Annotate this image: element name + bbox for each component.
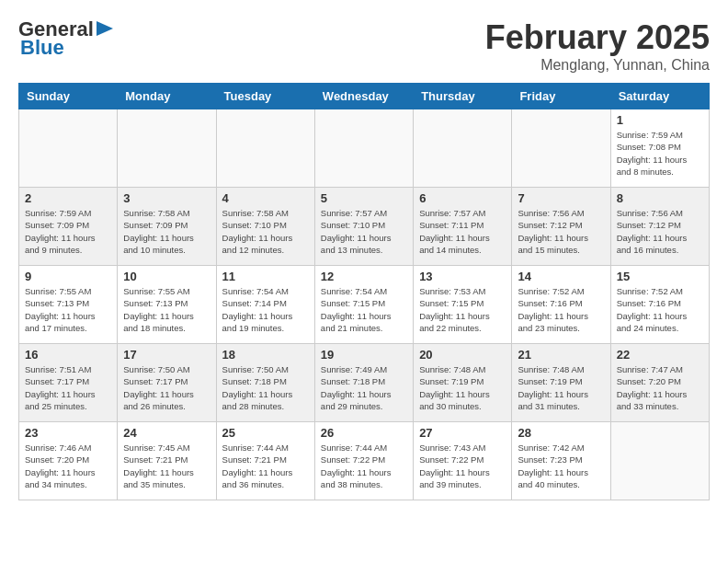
day-number: 2 <box>25 191 111 205</box>
day-number: 12 <box>321 270 407 283</box>
day-number: 6 <box>419 191 506 205</box>
calendar-cell: 7Sunrise: 7:56 AM Sunset: 7:12 PM Daylig… <box>512 188 610 266</box>
day-info: Sunrise: 7:59 AM Sunset: 7:08 PM Dayligh… <box>617 129 703 178</box>
calendar-cell <box>19 109 118 188</box>
day-info: Sunrise: 7:45 AM Sunset: 7:21 PM Dayligh… <box>123 442 210 490</box>
day-number: 8 <box>617 191 703 205</box>
calendar-week-row: 9Sunrise: 7:55 AM Sunset: 7:13 PM Daylig… <box>19 266 710 344</box>
day-number: 23 <box>25 426 111 440</box>
day-info: Sunrise: 7:50 AM Sunset: 7:18 PM Dayligh… <box>222 363 309 412</box>
calendar-cell <box>118 109 216 188</box>
day-number: 24 <box>123 426 210 440</box>
calendar-table: SundayMondayTuesdayWednesdayThursdayFrid… <box>18 83 710 500</box>
calendar-week-row: 16Sunrise: 7:51 AM Sunset: 7:17 PM Dayli… <box>19 344 710 422</box>
day-info: Sunrise: 7:57 AM Sunset: 7:11 PM Dayligh… <box>419 207 506 256</box>
calendar-cell: 6Sunrise: 7:57 AM Sunset: 7:11 PM Daylig… <box>414 188 512 266</box>
day-info: Sunrise: 7:57 AM Sunset: 7:10 PM Dayligh… <box>321 207 407 256</box>
page-header: General Blue February 2025 Menglang, Yun… <box>18 18 710 74</box>
day-info: Sunrise: 7:54 AM Sunset: 7:15 PM Dayligh… <box>321 285 407 334</box>
day-number: 21 <box>518 348 604 362</box>
day-number: 19 <box>321 348 407 362</box>
day-number: 1 <box>617 113 703 127</box>
logo: General Blue <box>18 18 113 59</box>
calendar-cell <box>610 422 709 500</box>
day-number: 17 <box>123 348 210 362</box>
day-info: Sunrise: 7:46 AM Sunset: 7:20 PM Dayligh… <box>25 442 111 490</box>
month-title: February 2025 <box>485 18 710 57</box>
calendar-cell: 5Sunrise: 7:57 AM Sunset: 7:10 PM Daylig… <box>314 188 413 266</box>
calendar-cell: 3Sunrise: 7:58 AM Sunset: 7:09 PM Daylig… <box>118 188 216 266</box>
calendar-cell: 12Sunrise: 7:54 AM Sunset: 7:15 PM Dayli… <box>314 266 413 344</box>
day-number: 15 <box>617 270 703 283</box>
calendar-cell: 20Sunrise: 7:48 AM Sunset: 7:19 PM Dayli… <box>414 344 512 422</box>
logo-arrow-icon <box>97 21 113 36</box>
calendar-week-row: 1Sunrise: 7:59 AM Sunset: 7:08 PM Daylig… <box>19 109 710 188</box>
calendar-cell: 25Sunrise: 7:44 AM Sunset: 7:21 PM Dayli… <box>216 422 314 500</box>
day-info: Sunrise: 7:44 AM Sunset: 7:22 PM Dayligh… <box>321 442 407 490</box>
calendar-cell: 27Sunrise: 7:43 AM Sunset: 7:22 PM Dayli… <box>414 422 512 500</box>
calendar-cell: 10Sunrise: 7:55 AM Sunset: 7:13 PM Dayli… <box>118 266 216 344</box>
title-block: February 2025 Menglang, Yunnan, China <box>485 18 710 74</box>
day-info: Sunrise: 7:48 AM Sunset: 7:19 PM Dayligh… <box>419 363 506 412</box>
day-number: 28 <box>518 426 604 440</box>
day-info: Sunrise: 7:55 AM Sunset: 7:13 PM Dayligh… <box>123 285 210 334</box>
calendar-cell: 16Sunrise: 7:51 AM Sunset: 7:17 PM Dayli… <box>19 344 118 422</box>
day-number: 27 <box>419 426 506 440</box>
calendar-cell: 4Sunrise: 7:58 AM Sunset: 7:10 PM Daylig… <box>216 188 314 266</box>
day-info: Sunrise: 7:51 AM Sunset: 7:17 PM Dayligh… <box>25 363 111 412</box>
day-number: 7 <box>518 191 604 205</box>
calendar-cell: 23Sunrise: 7:46 AM Sunset: 7:20 PM Dayli… <box>19 422 118 500</box>
day-info: Sunrise: 7:42 AM Sunset: 7:23 PM Dayligh… <box>518 442 604 490</box>
calendar-cell: 14Sunrise: 7:52 AM Sunset: 7:16 PM Dayli… <box>512 266 610 344</box>
calendar-cell: 17Sunrise: 7:50 AM Sunset: 7:17 PM Dayli… <box>118 344 216 422</box>
day-info: Sunrise: 7:52 AM Sunset: 7:16 PM Dayligh… <box>617 285 703 334</box>
day-number: 14 <box>518 270 604 283</box>
day-info: Sunrise: 7:49 AM Sunset: 7:18 PM Dayligh… <box>321 363 407 412</box>
day-number: 22 <box>617 348 703 362</box>
calendar-cell: 11Sunrise: 7:54 AM Sunset: 7:14 PM Dayli… <box>216 266 314 344</box>
day-info: Sunrise: 7:50 AM Sunset: 7:17 PM Dayligh… <box>123 363 210 412</box>
day-number: 20 <box>419 348 506 362</box>
location-subtitle: Menglang, Yunnan, China <box>485 57 710 74</box>
day-info: Sunrise: 7:58 AM Sunset: 7:09 PM Dayligh… <box>123 207 210 256</box>
calendar-header-row: SundayMondayTuesdayWednesdayThursdayFrid… <box>19 84 710 109</box>
day-info: Sunrise: 7:44 AM Sunset: 7:21 PM Dayligh… <box>222 442 309 490</box>
day-number: 18 <box>222 348 309 362</box>
calendar-week-row: 2Sunrise: 7:59 AM Sunset: 7:09 PM Daylig… <box>19 188 710 266</box>
day-info: Sunrise: 7:53 AM Sunset: 7:15 PM Dayligh… <box>419 285 506 334</box>
calendar-cell: 22Sunrise: 7:47 AM Sunset: 7:20 PM Dayli… <box>610 344 709 422</box>
day-number: 9 <box>25 270 111 283</box>
calendar-cell: 24Sunrise: 7:45 AM Sunset: 7:21 PM Dayli… <box>118 422 216 500</box>
day-number: 25 <box>222 426 309 440</box>
day-number: 5 <box>321 191 407 205</box>
calendar-cell: 2Sunrise: 7:59 AM Sunset: 7:09 PM Daylig… <box>19 188 118 266</box>
day-info: Sunrise: 7:59 AM Sunset: 7:09 PM Dayligh… <box>25 207 111 256</box>
col-header-tuesday: Tuesday <box>216 84 314 109</box>
calendar-cell: 21Sunrise: 7:48 AM Sunset: 7:19 PM Dayli… <box>512 344 610 422</box>
day-info: Sunrise: 7:48 AM Sunset: 7:19 PM Dayligh… <box>518 363 604 412</box>
calendar-cell: 18Sunrise: 7:50 AM Sunset: 7:18 PM Dayli… <box>216 344 314 422</box>
day-info: Sunrise: 7:43 AM Sunset: 7:22 PM Dayligh… <box>419 442 506 490</box>
day-number: 26 <box>321 426 407 440</box>
col-header-friday: Friday <box>512 84 610 109</box>
calendar-cell: 19Sunrise: 7:49 AM Sunset: 7:18 PM Dayli… <box>314 344 413 422</box>
calendar-cell: 1Sunrise: 7:59 AM Sunset: 7:08 PM Daylig… <box>610 109 709 188</box>
calendar-cell: 8Sunrise: 7:56 AM Sunset: 7:12 PM Daylig… <box>610 188 709 266</box>
day-info: Sunrise: 7:52 AM Sunset: 7:16 PM Dayligh… <box>518 285 604 334</box>
day-info: Sunrise: 7:56 AM Sunset: 7:12 PM Dayligh… <box>617 207 703 256</box>
col-header-saturday: Saturday <box>610 84 709 109</box>
day-number: 16 <box>25 348 111 362</box>
day-info: Sunrise: 7:56 AM Sunset: 7:12 PM Dayligh… <box>518 207 604 256</box>
calendar-cell: 13Sunrise: 7:53 AM Sunset: 7:15 PM Dayli… <box>414 266 512 344</box>
logo-blue-text: Blue <box>20 36 64 59</box>
day-number: 13 <box>419 270 506 283</box>
day-info: Sunrise: 7:47 AM Sunset: 7:20 PM Dayligh… <box>617 363 703 412</box>
calendar-cell: 15Sunrise: 7:52 AM Sunset: 7:16 PM Dayli… <box>610 266 709 344</box>
col-header-sunday: Sunday <box>19 84 118 109</box>
day-info: Sunrise: 7:55 AM Sunset: 7:13 PM Dayligh… <box>25 285 111 334</box>
calendar-week-row: 23Sunrise: 7:46 AM Sunset: 7:20 PM Dayli… <box>19 422 710 500</box>
calendar-cell: 26Sunrise: 7:44 AM Sunset: 7:22 PM Dayli… <box>314 422 413 500</box>
calendar-cell <box>314 109 413 188</box>
col-header-monday: Monday <box>118 84 216 109</box>
col-header-wednesday: Wednesday <box>314 84 413 109</box>
